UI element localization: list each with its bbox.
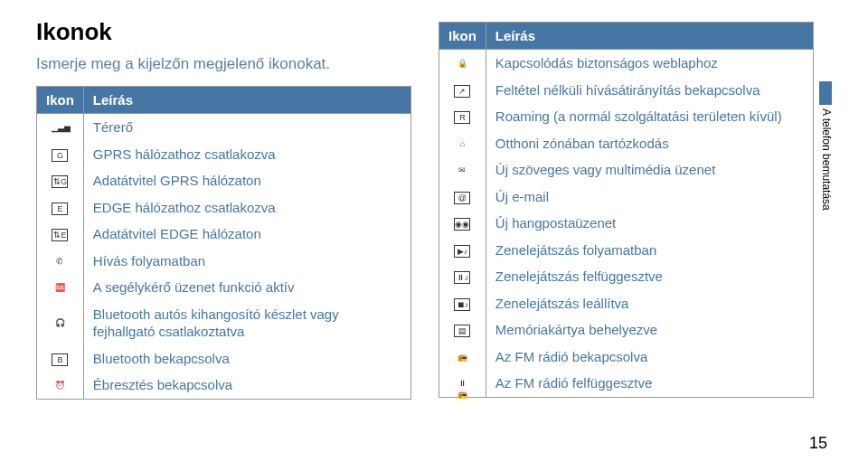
icon-cell: ◉◉ xyxy=(439,210,486,237)
status-icon: 🔒 xyxy=(454,58,470,71)
header-icon: Ikon xyxy=(439,23,486,50)
icon-cell: 🆘 xyxy=(37,274,84,301)
status-icon: ⌂ xyxy=(454,138,470,151)
table-row: ▤Memóriakártya behelyezve xyxy=(439,316,814,344)
page-subtitle: Ismerje meg a kijelzőn megjelenő ikonoka… xyxy=(36,55,411,73)
status-icon: ⇅G xyxy=(52,175,68,188)
status-icon: 📻 xyxy=(454,352,470,364)
description-cell: Ébresztés bekapcsolva xyxy=(83,372,410,399)
table-row: ⇅EAdatátvitel EDGE hálózaton xyxy=(37,221,411,248)
header-desc: Leírás xyxy=(486,23,813,50)
table-row: ⏸♪Zenelejátszás felfüggesztve xyxy=(439,263,814,290)
icon-cell: G xyxy=(37,141,84,168)
status-icon: ⏸♪ xyxy=(454,271,470,284)
table-row: 🆘A segélykérő üzenet funkció aktív xyxy=(37,274,411,301)
icon-cell: ⇅E xyxy=(37,221,84,248)
status-icon: ✉ xyxy=(454,165,470,177)
description-cell: Az FM rádió felfüggesztve xyxy=(486,370,813,397)
description-cell: Új hangpostaüzenet xyxy=(486,210,813,237)
table-row: ⏸📻Az FM rádió felfüggesztve xyxy=(439,370,814,397)
status-icon: ⏰ xyxy=(52,380,68,392)
table-row: 🔒Kapcsolódás biztonságos weblaphoz xyxy=(439,50,814,77)
icon-cell: ⏹♪ xyxy=(439,290,486,317)
right-column: Ikon Leírás 🔒Kapcsolódás biztonságos web… xyxy=(439,18,814,400)
status-icon: R xyxy=(454,111,470,124)
page-title: Ikonok xyxy=(36,18,411,46)
icon-cell: 🎧 xyxy=(37,301,84,345)
table-row: ✆Hívás folyamatban xyxy=(37,248,411,275)
table-row: GGPRS hálózathoz csatlakozva xyxy=(37,141,411,168)
description-cell: Bluetooth autós kihangosító készlet vagy… xyxy=(83,301,410,345)
table-row: RRoaming (a normál szolgáltatási terület… xyxy=(439,103,814,130)
description-cell: Zenelejátszás leállítva xyxy=(486,290,813,317)
description-cell: Zenelejátszás felfüggesztve xyxy=(486,263,813,290)
description-cell: Zenelejátszás folyamatban xyxy=(486,237,813,264)
status-icon: G xyxy=(52,149,68,162)
description-cell: Térerő xyxy=(83,114,410,141)
status-icon: ▁▃▅ xyxy=(52,122,68,135)
icon-cell: B xyxy=(37,345,84,372)
status-icon: ▶♪ xyxy=(454,245,470,258)
icon-cell: ⏰ xyxy=(37,372,84,399)
status-icon: B xyxy=(52,353,68,366)
icon-cell: 🔒 xyxy=(439,50,486,77)
icon-table-left: Ikon Leírás ▁▃▅TérerőGGPRS hálózathoz cs… xyxy=(36,86,411,400)
table-row: 📻Az FM rádió bekapcsolva xyxy=(439,344,814,371)
table-row: ↗Feltétel nélküli hívásátirányítás bekap… xyxy=(439,77,814,104)
icon-cell: ⏸♪ xyxy=(439,263,486,290)
icon-cell: ✆ xyxy=(37,248,84,275)
table-row: ▶♪Zenelejátszás folyamatban xyxy=(439,237,814,264)
description-cell: Kapcsolódás biztonságos weblaphoz xyxy=(486,50,813,77)
description-cell: Hívás folyamatban xyxy=(83,248,410,275)
icon-cell: ↗ xyxy=(439,77,486,104)
status-icon: 🆘 xyxy=(52,282,68,295)
icon-cell: R xyxy=(439,103,486,130)
icon-cell: ▤ xyxy=(439,316,486,344)
status-icon: 🎧 xyxy=(52,317,68,330)
description-cell: Új e-mail xyxy=(486,184,813,211)
table-row: BBluetooth bekapcsolva xyxy=(37,345,411,372)
icon-cell: ▶♪ xyxy=(439,237,486,264)
side-section-label: A telefon bemutatása xyxy=(820,108,833,211)
icon-cell: 📻 xyxy=(439,344,486,371)
table-row: ⌂Otthoni zónában tartózkodás xyxy=(439,130,814,157)
status-icon: ◉◉ xyxy=(454,218,470,231)
table-row: ◉◉Új hangpostaüzenet xyxy=(439,210,814,237)
description-cell: Új szöveges vagy multimédia üzenet xyxy=(486,156,813,184)
table-row: ⏹♪Zenelejátszás leállítva xyxy=(439,290,814,317)
description-cell: Memóriakártya behelyezve xyxy=(486,316,813,344)
status-icon: ⏹♪ xyxy=(454,298,470,311)
status-icon: ⇅E xyxy=(52,229,68,241)
icon-cell: E xyxy=(37,194,84,221)
side-tab-marker xyxy=(819,81,832,105)
left-column: Ikonok Ismerje meg a kijelzőn megjelenő … xyxy=(36,18,411,400)
icon-cell: ⇅G xyxy=(37,167,84,194)
status-icon: E xyxy=(52,203,68,215)
description-cell: Feltétel nélküli hívásátirányítás bekapc… xyxy=(486,77,813,104)
description-cell: Adatátvitel EDGE hálózaton xyxy=(83,221,410,248)
status-icon: ↗ xyxy=(454,85,470,98)
table-row: ⇅GAdatátvitel GPRS hálózaton xyxy=(37,167,411,194)
page-number: 15 xyxy=(809,434,827,453)
table-row: ⏰Ébresztés bekapcsolva xyxy=(37,372,411,399)
status-icon: ✆ xyxy=(52,256,68,268)
icon-table-right: Ikon Leírás 🔒Kapcsolódás biztonságos web… xyxy=(439,22,814,398)
description-cell: GPRS hálózathoz csatlakozva xyxy=(83,141,410,168)
icon-cell: @ xyxy=(439,184,486,211)
description-cell: Bluetooth bekapcsolva xyxy=(83,345,410,372)
status-icon: ▤ xyxy=(454,325,470,337)
page-content: Ikonok Ismerje meg a kijelzőn megjelenő … xyxy=(0,0,868,400)
header-desc: Leírás xyxy=(83,87,410,114)
icon-cell: ✉ xyxy=(439,156,486,184)
description-cell: EDGE hálózathoz csatlakozva xyxy=(83,194,410,221)
table-row: 🎧Bluetooth autós kihangosító készlet vag… xyxy=(37,301,411,345)
icon-cell: ⏸📻 xyxy=(439,370,486,397)
table-row: ▁▃▅Térerő xyxy=(37,114,411,141)
description-cell: Adatátvitel GPRS hálózaton xyxy=(83,167,410,194)
description-cell: Az FM rádió bekapcsolva xyxy=(486,344,813,371)
description-cell: A segélykérő üzenet funkció aktív xyxy=(83,274,410,301)
icon-cell: ▁▃▅ xyxy=(37,114,84,141)
status-icon: @ xyxy=(454,192,470,204)
description-cell: Otthoni zónában tartózkodás xyxy=(486,130,813,157)
table-row: ✉Új szöveges vagy multimédia üzenet xyxy=(439,156,814,184)
